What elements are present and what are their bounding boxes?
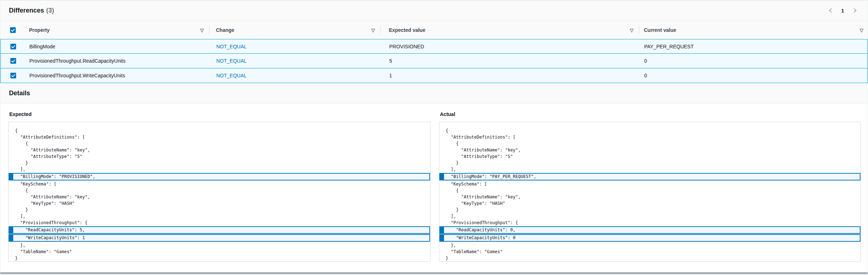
bottom-divider — [0, 272, 868, 275]
code-line: { — [9, 187, 430, 194]
code-line: { — [439, 187, 861, 194]
pagination: 1 — [826, 6, 859, 15]
current-value-cell: 0 — [640, 73, 867, 78]
property-cell: ProvisionedThroughput.WriteCapacityUnits — [26, 73, 210, 78]
column-header-expected-value[interactable]: Expected value ▽ — [381, 21, 639, 39]
page-title: Differences(3) — [9, 7, 54, 14]
next-page-button[interactable] — [850, 6, 859, 15]
code-line: { — [439, 140, 861, 147]
change-cell: NOT_EQUAL — [210, 58, 381, 64]
code-line: "AttributeName": "key", — [439, 194, 861, 200]
code-line: ], — [9, 166, 430, 173]
code-line: } — [439, 160, 861, 166]
code-line: }, — [9, 242, 430, 249]
code-line: { — [9, 127, 430, 134]
code-line: "AttributeName": "key", — [439, 147, 861, 153]
row-checkbox-cell — [1, 73, 26, 78]
expected-label: Expected — [9, 111, 430, 117]
code-line: } — [439, 255, 861, 261]
chevron-left-icon — [829, 8, 834, 13]
differences-table-body: BillingMode NOT_EQUAL PROVISIONED PAY_PE… — [0, 39, 868, 83]
select-all-checkbox[interactable] — [10, 27, 16, 33]
code-line: } — [9, 255, 430, 261]
code-line: "ProvisionedThroughput": { — [9, 219, 430, 226]
code-line: ], — [439, 213, 861, 219]
code-line: "TableName": "Games" — [9, 249, 430, 255]
code-line: { — [9, 140, 430, 147]
code-line: "AttributeDefinitions": [ — [439, 134, 861, 140]
code-line: }, — [439, 242, 861, 249]
change-link[interactable]: NOT_EQUAL — [216, 58, 247, 64]
code-line: "KeySchema": [ — [9, 181, 430, 187]
code-line: } — [439, 207, 861, 213]
row-checkbox[interactable] — [10, 73, 16, 78]
filter-icon[interactable]: ▽ — [860, 28, 863, 33]
spacer — [0, 262, 868, 272]
differences-title: Differences — [9, 7, 44, 14]
change-cell: NOT_EQUAL — [210, 44, 381, 49]
expected-value-cell: PROVISIONED — [381, 44, 640, 49]
code-line: "KeySchema": [ — [439, 181, 861, 187]
property-cell: ProvisionedThroughput.ReadCapacityUnits — [26, 58, 210, 64]
code-line: { — [439, 127, 861, 134]
differences-counter: (3) — [46, 7, 54, 14]
table-row[interactable]: ProvisionedThroughput.WriteCapacityUnits… — [0, 68, 868, 83]
code-line: "AttributeType": "S" — [439, 153, 861, 160]
table-header-row: Property ▽ Change ▽ Expected value ▽ Cur… — [0, 21, 868, 39]
change-link[interactable]: NOT_EQUAL — [216, 73, 247, 78]
change-link[interactable]: NOT_EQUAL — [216, 44, 247, 49]
differences-header: Differences(3) 1 — [0, 0, 868, 21]
code-line: "AttributeDefinitions": [ — [9, 134, 430, 140]
details-header: Details — [0, 83, 868, 103]
current-value-cell: 0 — [640, 58, 867, 64]
code-line: } — [9, 160, 430, 166]
actual-label: Actual — [440, 111, 861, 117]
code-line: "AttributeName": "key", — [9, 194, 430, 200]
current-page-number[interactable]: 1 — [840, 8, 845, 14]
filter-icon[interactable]: ▽ — [371, 28, 375, 33]
filter-icon[interactable]: ▽ — [200, 28, 204, 33]
row-checkbox[interactable] — [10, 58, 16, 64]
column-label-change: Change — [216, 27, 234, 33]
details-title: Details — [9, 90, 30, 97]
code-line: "KeyType": "HASH" — [9, 200, 430, 207]
expected-column: Expected { "AttributeDefinitions": [ { "… — [8, 103, 430, 262]
row-checkbox[interactable] — [10, 44, 16, 49]
code-line: "WriteCapacityUnits": 0 — [439, 234, 861, 242]
property-cell: BillingMode — [26, 44, 210, 49]
column-header-current-value[interactable]: Current value ▽ — [639, 21, 868, 39]
previous-page-button[interactable] — [826, 6, 835, 15]
details-body: Expected { "AttributeDefinitions": [ { "… — [0, 103, 868, 262]
column-header-property[interactable]: Property ▽ — [25, 21, 209, 39]
code-line: "BillingMode": "PAY_PER_REQUEST", — [439, 173, 861, 180]
actual-column: Actual { "AttributeDefinitions": [ { "At… — [439, 103, 861, 262]
code-line: "AttributeType": "S" — [9, 153, 430, 160]
code-line: } — [9, 207, 430, 213]
change-cell: NOT_EQUAL — [210, 73, 381, 78]
code-line: "BillingMode": "PROVISIONED", — [9, 173, 430, 180]
expected-value-cell: 5 — [381, 58, 640, 64]
table-row[interactable]: BillingMode NOT_EQUAL PROVISIONED PAY_PE… — [0, 39, 868, 54]
code-line: "AttributeName": "key", — [9, 147, 430, 153]
select-all-cell — [0, 21, 25, 39]
code-line: "ProvisionedThroughput": { — [439, 219, 861, 226]
code-line: "ReadCapacityUnits": 0, — [439, 226, 861, 234]
code-line: "WriteCapacityUnits": 1 — [9, 234, 430, 242]
code-line: ], — [439, 166, 861, 173]
column-label-current-value: Current value — [644, 27, 676, 33]
row-checkbox-cell — [1, 44, 26, 49]
code-line: "ReadCapacityUnits": 5, — [9, 226, 430, 234]
actual-code-panel: { "AttributeDefinitions": [ { "Attribute… — [439, 122, 861, 262]
column-header-change[interactable]: Change ▽ — [209, 21, 381, 39]
column-label-property: Property — [29, 27, 50, 33]
chevron-right-icon — [852, 8, 857, 13]
code-line: "KeyType": "HASH" — [439, 200, 861, 207]
code-line: ], — [9, 213, 430, 219]
row-checkbox-cell — [1, 58, 26, 64]
current-value-cell: PAY_PER_REQUEST — [640, 44, 867, 49]
column-label-expected-value: Expected value — [389, 27, 425, 33]
table-row[interactable]: ProvisionedThroughput.ReadCapacityUnits … — [0, 54, 868, 68]
code-line: "TableName": "Games" — [439, 249, 861, 255]
expected-value-cell: 1 — [381, 73, 640, 78]
filter-icon[interactable]: ▽ — [630, 28, 633, 33]
